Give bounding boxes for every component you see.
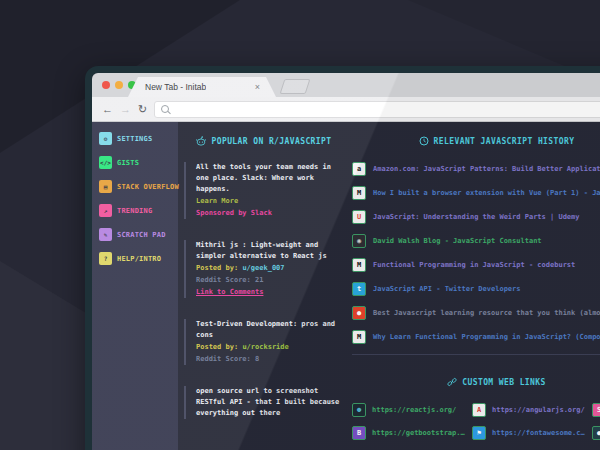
custom-link[interactable]: ⚑ https://fontawesome.c…	[472, 426, 592, 440]
reddit-post: Mithril js : Light-weight and simpler al…	[184, 240, 342, 298]
sidebar-item-scratch-pad[interactable]: ✎ SCRATCH PAD	[99, 228, 178, 241]
search-icon	[161, 105, 169, 113]
back-icon[interactable]: ←	[102, 104, 113, 115]
history-item[interactable]: M How I built a browser extension with V…	[352, 186, 600, 200]
custom-links-grid: ⊛ https://reactjs.org/ A https://angular…	[352, 403, 600, 440]
reddit-post: open source url to screenshot RESTful AP…	[184, 386, 342, 419]
post-author[interactable]: u/rocksride	[242, 343, 288, 351]
fontawesome-favicon: ⚑	[472, 426, 486, 440]
forward-icon[interactable]: →	[120, 104, 131, 115]
sidebar-item-label: HELP/INTRO	[117, 255, 161, 263]
history-link: JavaScript: Understanding the Weird Part…	[373, 213, 580, 221]
posted-by-line: Posted by: u/geek_007	[196, 263, 342, 274]
history-item[interactable]: M Functional Programming in JavaScript -…	[352, 258, 600, 272]
initab-app: ⚙ SETTINGS </> GISTS ▤ STACK OVERFLOW ↗ …	[92, 122, 600, 450]
sidebar-item-gists[interactable]: </> GISTS	[99, 156, 178, 169]
history-link: Amazon.com: JavaScript Patterns: Build B…	[373, 165, 600, 173]
section-divider	[352, 354, 600, 355]
reddit-score: Reddit Score: 21	[196, 275, 342, 286]
window-controls	[102, 81, 136, 89]
sidebar: ⚙ SETTINGS </> GISTS ▤ STACK OVERFLOW ↗ …	[92, 122, 178, 450]
custom-link-url: https://angularjs.org/	[492, 406, 585, 414]
custom-link[interactable]: B https://getbootstrap.…	[352, 426, 472, 440]
reddit-post: Test-Driven Development: pros and cons P…	[184, 319, 342, 365]
browser-tab[interactable]: New Tab - Initab ×	[128, 77, 276, 97]
tab-title: New Tab - Initab	[145, 82, 206, 92]
history-item[interactable]: ● Best Javascript learning resource that…	[352, 306, 600, 320]
minimize-window-button[interactable]	[115, 81, 123, 89]
twitter-favicon: t	[352, 282, 366, 296]
close-window-button[interactable]	[102, 81, 110, 89]
post-author[interactable]: u/geek_007	[242, 264, 284, 272]
history-link: Why Learn Functional Programming in Java…	[373, 333, 600, 341]
custom-link[interactable]: S https://	[592, 403, 600, 417]
learn-more-link[interactable]: Learn More	[196, 196, 342, 207]
history-link: How I built a browser extension with Vue…	[373, 189, 600, 197]
history-item[interactable]: M Why Learn Functional Programming in Ja…	[352, 330, 600, 344]
amazon-favicon: a	[352, 162, 366, 176]
react-favicon: ⊛	[352, 403, 366, 417]
history-header-label: RELEVANT JAVASCRIPT HISTORY	[434, 137, 575, 146]
stack-icon: ▤	[99, 180, 112, 193]
post-title[interactable]: open source url to screenshot RESTful AP…	[196, 386, 342, 419]
custom-link[interactable]: ⊛ https://reactjs.org/	[352, 403, 472, 417]
custom-link[interactable]: ● https://	[592, 426, 600, 440]
history-link: David Walsh Blog - JavaScript Consultant	[373, 237, 542, 245]
reddit-alien-icon	[195, 136, 207, 146]
sponsored-post: All the tools your team needs in one pla…	[184, 162, 342, 219]
sidebar-item-label: SETTINGS	[117, 135, 152, 143]
history-column: RELEVANT JAVASCRIPT HISTORY a Amazon.com…	[352, 136, 600, 450]
sidebar-item-stack-overflow[interactable]: ▤ STACK OVERFLOW	[99, 180, 178, 193]
sidebar-item-label: STACK OVERFLOW	[117, 183, 179, 191]
angular-favicon: A	[472, 403, 486, 417]
history-item[interactable]: U JavaScript: Understanding the Weird Pa…	[352, 210, 600, 224]
browser-window: New Tab - Initab × ← → ↻ ⚙	[85, 66, 600, 450]
close-tab-icon[interactable]: ×	[255, 83, 260, 92]
history-section-header: RELEVANT JAVASCRIPT HISTORY	[352, 136, 600, 146]
reddit-section-header: POPULAR ON R/JAVASCRIPT	[184, 136, 342, 146]
reddit-column: POPULAR ON R/JAVASCRIPT All the tools yo…	[184, 136, 342, 450]
history-link: Best Javascript learning resource that y…	[373, 309, 600, 317]
medium-favicon: M	[352, 330, 366, 344]
link-icon	[447, 377, 457, 387]
posted-by-label: Posted by:	[196, 343, 238, 351]
udemy-favicon: U	[352, 210, 366, 224]
post-body[interactable]: All the tools your team needs in one pla…	[196, 162, 342, 195]
history-item[interactable]: a Amazon.com: JavaScript Patterns: Build…	[352, 162, 600, 176]
comments-link[interactable]: Link to Comments	[196, 287, 342, 298]
post-title[interactable]: Mithril js : Light-weight and simpler al…	[196, 240, 342, 262]
history-link: Functional Programming in JavaScript - c…	[373, 261, 575, 269]
history-link: JavaScript API - Twitter Developers	[373, 285, 521, 293]
custom-link[interactable]: A https://angularjs.org/	[472, 403, 592, 417]
sidebar-item-help-intro[interactable]: ? HELP/INTRO	[99, 252, 178, 265]
reddit-header-label: POPULAR ON R/JAVASCRIPT	[212, 137, 332, 146]
medium-favicon: M	[352, 186, 366, 200]
sidebar-item-trending[interactable]: ↗ TRENDING	[99, 204, 178, 217]
sidebar-item-label: GISTS	[117, 159, 139, 167]
custom-links-header-label: CUSTOM WEB LINKS	[462, 378, 545, 387]
address-bar: ← → ↻	[92, 97, 600, 122]
sidebar-item-label: SCRATCH PAD	[117, 231, 166, 239]
code-icon: </>	[99, 156, 112, 169]
history-item[interactable]: ◉ David Walsh Blog - JavaScript Consulta…	[352, 234, 600, 248]
tab-bar: New Tab - Initab ×	[92, 73, 600, 97]
dark-favicon: ●	[592, 426, 600, 440]
url-input[interactable]	[154, 101, 600, 118]
reddit-score: Reddit Score: 8	[196, 354, 342, 365]
post-title[interactable]: Test-Driven Development: pros and cons	[196, 319, 342, 341]
reload-icon[interactable]: ↻	[138, 104, 147, 115]
custom-links-section-header: CUSTOM WEB LINKS	[352, 377, 600, 387]
bootstrap-favicon: B	[352, 426, 366, 440]
sidebar-item-label: TRENDING	[117, 207, 152, 215]
new-tab-button[interactable]	[280, 79, 311, 94]
pink-favicon: S	[592, 403, 600, 417]
sponsored-label: Sponsored by Slack	[196, 208, 342, 219]
trending-chart-icon: ↗	[99, 204, 112, 217]
sidebar-item-settings[interactable]: ⚙ SETTINGS	[99, 132, 178, 145]
reddit-favicon: ●	[352, 306, 366, 320]
posted-by-label: Posted by:	[196, 264, 238, 272]
history-item[interactable]: t JavaScript API - Twitter Developers	[352, 282, 600, 296]
wrench-icon: ⚙	[99, 132, 112, 145]
main-content: POPULAR ON R/JAVASCRIPT All the tools yo…	[178, 122, 600, 450]
custom-link-url: https://fontawesome.c…	[492, 429, 585, 437]
